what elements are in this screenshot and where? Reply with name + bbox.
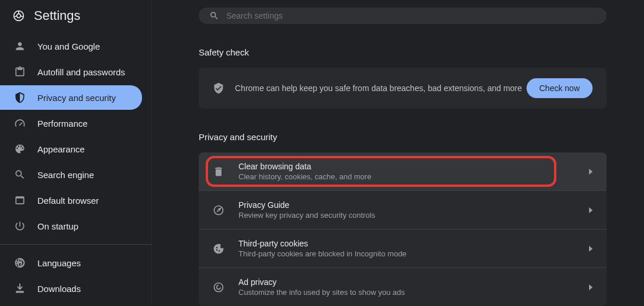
sidebar-item-languages[interactable]: Languages [0,251,142,275]
nav-label: You and Google [37,41,100,51]
compass-icon [213,204,224,216]
power-icon [14,220,26,232]
clipboard-icon [14,66,26,78]
sidebar-item-appearance[interactable]: Appearance [0,137,142,161]
row-title: Clear browsing data [238,162,589,171]
nav-label: On startup [37,221,78,231]
sidebar-item-you-and-google[interactable]: You and Google [0,34,142,58]
window-icon [14,194,26,206]
row-title: Privacy Guide [238,200,589,210]
sidebar-item-default-browser[interactable]: Default browser [0,188,142,213]
sidebar-item-performance[interactable]: Performance [0,111,142,135]
nav-label: Privacy and security [37,93,116,103]
search-icon [209,11,219,21]
row-subtitle: Customize the info used by sites to show… [238,288,589,297]
chevron-right-icon [589,207,593,213]
search-bar[interactable] [199,8,607,24]
row-title: Third-party cookies [238,239,589,248]
speedometer-icon [14,117,26,129]
nav-label: Appearance [37,144,85,154]
shield-icon [213,82,224,94]
search-input[interactable] [226,11,596,20]
main-area: Safety check Chrome can help keep you sa… [152,0,644,306]
row-subtitle: Clear history, cookies, cache, and more [238,172,589,181]
row-third-party-cookies[interactable]: Third-party cookies Third-party cookies … [199,230,607,268]
row-title: Ad privacy [238,277,589,287]
content: Safety check Chrome can help keep you sa… [152,24,644,306]
nav-label: Languages [37,258,81,268]
header: Settings [0,8,151,34]
row-privacy-guide[interactable]: Privacy Guide Review key privacy and sec… [199,191,607,230]
person-icon [14,40,26,52]
sidebar-item-downloads[interactable]: Downloads [0,276,142,301]
row-ad-privacy[interactable]: Ad privacy Customize the info used by si… [199,268,607,306]
safety-text: Chrome can help keep you safe from data … [235,84,527,93]
sidebar-item-on-startup[interactable]: On startup [0,214,142,238]
check-now-button[interactable]: Check now [527,78,593,98]
search-icon [14,169,26,180]
safety-check-card: Chrome can help keep you safe from data … [199,68,607,109]
row-subtitle: Third-party cookies are blocked in Incog… [238,249,589,258]
chevron-right-icon [589,169,593,175]
nav-label: Performance [37,119,88,128]
sidebar-item-accessibility[interactable]: Accessibility [0,302,142,306]
sidebar-item-autofill[interactable]: Autofill and passwords [0,60,142,84]
chevron-right-icon [589,284,593,290]
nav-label: Default browser [37,196,99,206]
chrome-logo-icon [13,10,25,22]
svg-point-1 [17,14,21,18]
privacy-list: Clear browsing data Clear history, cooki… [199,152,607,306]
nav-label: Autofill and passwords [37,67,125,77]
shield-icon [14,92,26,103]
sidebar-divider [0,244,151,245]
sidebar: Settings You and Google Autofill and pas… [0,0,152,306]
cookie-icon [213,243,224,255]
page-title: Settings [34,8,81,23]
trash-icon [213,166,224,178]
row-clear-browsing-data[interactable]: Clear browsing data Clear history, cooki… [199,152,607,191]
sidebar-item-privacy-security[interactable]: Privacy and security [0,85,142,110]
chevron-right-icon [589,246,593,252]
ads-icon [213,281,224,293]
row-subtitle: Review key privacy and security controls [238,211,589,220]
globe-icon [14,257,26,269]
sidebar-item-search-engine[interactable]: Search engine [0,162,142,187]
palette-icon [14,143,26,155]
nav-label: Search engine [37,170,94,180]
section-title-privacy: Privacy and security [199,132,607,142]
download-icon [14,283,26,294]
nav-label: Downloads [37,284,81,294]
section-title-safety: Safety check [199,47,607,57]
